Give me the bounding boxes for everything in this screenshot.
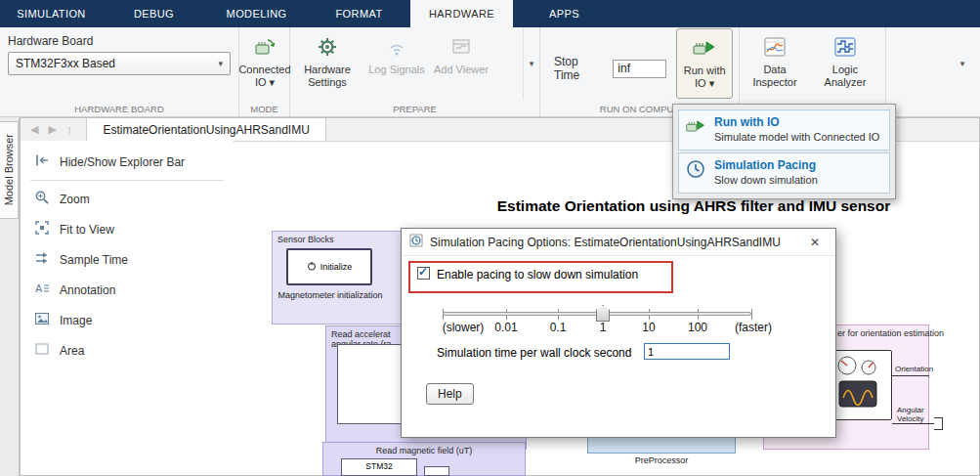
tab-debug[interactable]: DEBUG <box>103 0 205 27</box>
tab-simulation[interactable]: SIMULATION <box>0 0 103 27</box>
svg-text:A: A <box>35 282 43 294</box>
menu-item-subtitle: Slow down simulation <box>714 173 818 188</box>
tab-apps[interactable]: APPS <box>513 0 616 27</box>
slider-tick <box>751 309 752 320</box>
pacing-dialog-icon <box>409 234 423 250</box>
clock-pacing-icon <box>685 158 706 184</box>
palette-item-sample-time[interactable]: Sample Time <box>21 244 234 275</box>
slider-label: 100 <box>688 321 707 334</box>
chevron-down-icon: ▾ <box>960 59 965 68</box>
logic-analyzer-button[interactable]: Logic Analyzer <box>810 27 880 100</box>
menu-item-simulation-pacing[interactable]: Simulation Pacing Slow down simulation <box>678 152 890 194</box>
palette-label: Fit to View <box>60 223 114 237</box>
estimator-label: er for orientation estimation <box>837 328 944 338</box>
data-inspector-button[interactable]: Data Inspector <box>740 27 810 100</box>
run-with-io-button[interactable]: Run with IO ▾ <box>676 28 733 99</box>
palette-item-image[interactable]: Image <box>21 305 234 335</box>
data-inspector-label-1: Data <box>763 64 786 75</box>
up-to-parent-icon[interactable]: ↑ <box>66 122 73 137</box>
hardware-settings-label-1: Hardware <box>304 64 351 75</box>
palette-item-fit-to-view[interactable]: Fit to View <box>21 214 234 244</box>
tab-format[interactable]: FORMAT <box>308 0 410 27</box>
section-caption: MODE <box>239 104 289 114</box>
help-button[interactable]: Help <box>426 383 474 405</box>
run-with-io-menu: Run with IO Simulate model with Connecte… <box>672 104 896 199</box>
palette-item-annotation[interactable]: A Annotation <box>21 275 234 305</box>
prepare-gallery-expand-button[interactable]: ▾ <box>523 27 539 100</box>
section-caption: HARDWARE BOARD <box>0 104 238 114</box>
connected-io-button[interactable]: Connected IO ▾ <box>239 27 290 100</box>
menu-item-subtitle: Simulate model with Connected IO <box>714 130 879 145</box>
stop-time-input[interactable] <box>613 60 666 78</box>
forward-icon[interactable]: ▶ <box>48 123 56 136</box>
tab-hardware[interactable]: HARDWARE <box>410 0 513 27</box>
gear-icon <box>316 33 339 61</box>
log-signals-label-1: Log <box>368 64 386 75</box>
palette-item-explorer-bar[interactable]: Hide/Show Explorer Bar <box>21 147 234 177</box>
hardware-board-value: STM32F3xx Based <box>16 57 115 70</box>
small-block[interactable] <box>424 466 449 476</box>
hardware-settings-button[interactable]: Hardware Settings <box>290 27 364 100</box>
connected-io-icon <box>252 33 277 61</box>
slider-label: (faster) <box>735 321 772 334</box>
menu-item-title: Simulation Pacing <box>714 158 818 173</box>
enable-pacing-checkbox[interactable]: ✓ <box>417 267 430 280</box>
tool-palette: Hide/Show Explorer Bar Zoom <box>21 141 234 475</box>
palette-label: Image <box>60 314 92 327</box>
slider-label: 1 <box>600 321 607 334</box>
slider-label: 10 <box>642 321 655 334</box>
menu-item-run-with-io[interactable]: Run with IO Simulate model with Connecte… <box>678 109 890 151</box>
power-icon <box>307 261 317 273</box>
log-signals-button[interactable]: Log Signals <box>364 27 429 100</box>
back-icon[interactable]: ◀ <box>30 123 38 136</box>
logic-analyzer-label-2: Analyzer <box>825 76 867 88</box>
sim-time-input[interactable] <box>644 343 730 360</box>
model-browser-tab[interactable]: Model Browser <box>0 121 19 219</box>
annotation-icon: A <box>34 281 50 299</box>
gauge-scope-icon <box>831 353 887 417</box>
palette-item-area[interactable]: Area <box>21 335 234 366</box>
document-tab[interactable]: EstimateOrientationUsingAHRSandIMU <box>86 118 325 141</box>
menu-item-title: Run with IO <box>714 115 879 130</box>
preprocessor-label: PreProcessor <box>587 455 736 465</box>
run-with-io-icon <box>685 115 706 141</box>
model-title: Estimate Orientation using AHRS filter a… <box>430 197 958 215</box>
add-viewer-label-1: Add <box>434 64 453 75</box>
fit-to-view-icon <box>34 220 50 238</box>
initialize-label: Initialize <box>320 262 353 272</box>
ribbon-tab-bar: SIMULATION DEBUG MODELING FORMAT HARDWAR… <box>0 0 980 27</box>
palette-item-zoom[interactable]: Zoom <box>21 184 234 214</box>
magnetometer-caption: Magnetometer initialization <box>273 290 388 300</box>
run-with-io-label-2: IO ▾ <box>695 77 714 89</box>
run-with-io-label-1: Run with <box>684 65 726 76</box>
signal-line <box>892 423 934 424</box>
connected-io-label-1: Connected <box>238 64 290 75</box>
palette-label: Zoom <box>60 193 90 206</box>
hardware-board-label: Hardware Board <box>8 34 231 48</box>
data-inspector-icon <box>763 33 787 61</box>
section-caption: PREPARE <box>290 104 539 114</box>
tab-modeling[interactable]: MODELING <box>205 0 308 27</box>
section-hardware-board: Hardware Board STM32F3xx Based ▾ HARDWAR… <box>0 27 239 116</box>
stm32-block[interactable]: STM32 <box>341 458 417 476</box>
add-viewer-icon <box>450 33 472 61</box>
add-viewer-button[interactable]: Add Viewer <box>429 27 493 100</box>
ribbon-filler: ▾ <box>886 27 980 116</box>
angular-velocity-port-label: Angular Velocity <box>897 406 924 423</box>
ribbon-overflow-button[interactable]: ▾ <box>953 53 972 74</box>
zoom-icon <box>34 190 50 208</box>
slider-thumb[interactable] <box>596 305 610 322</box>
slider-label: 0.01 <box>494 321 517 334</box>
dialog-title-bar: Simulation Pacing Options: EstimateOrien… <box>402 229 835 256</box>
add-viewer-label-2: Viewer <box>456 64 489 75</box>
outport-icon[interactable] <box>934 417 943 430</box>
close-icon[interactable]: ✕ <box>802 236 828 249</box>
signal-line <box>892 375 929 376</box>
section-prepare: Hardware Settings Log Signals <box>290 27 540 116</box>
data-inspector-label-2: Inspector <box>752 76 796 88</box>
run-with-io-icon <box>692 34 717 62</box>
slider-label: (slower) <box>443 321 485 334</box>
palette-label: Area <box>60 344 84 358</box>
hardware-board-select[interactable]: STM32F3xx Based ▾ <box>8 52 231 75</box>
initialize-block[interactable]: Initialize <box>286 248 372 285</box>
